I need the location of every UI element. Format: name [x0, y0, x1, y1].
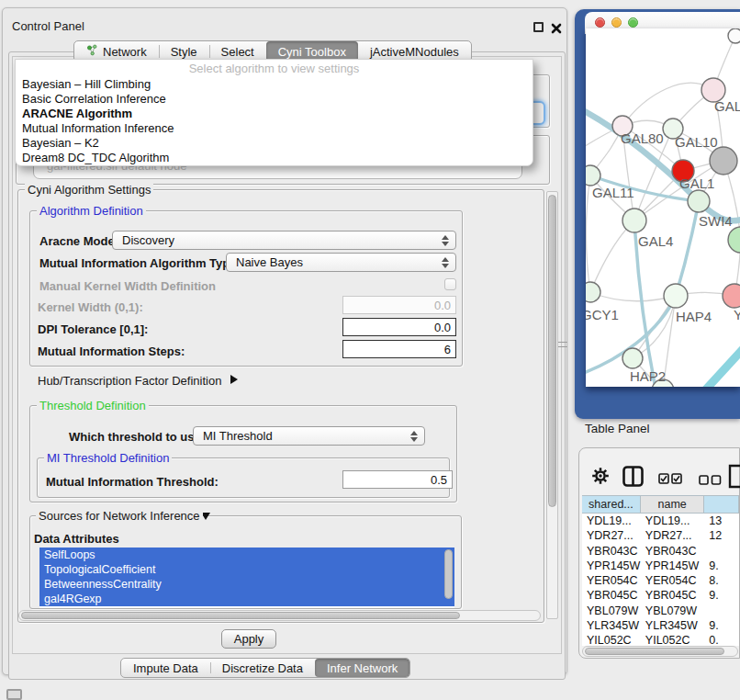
table-row[interactable]: YBR045CYBR045C9.: [582, 588, 739, 603]
table-row[interactable]: YER054CYER054C8.: [582, 573, 739, 588]
table-cell: YLR345W: [641, 618, 704, 633]
network-edge[interactable]: [703, 348, 740, 387]
table-row[interactable]: YLR345WYLR345W9.: [582, 618, 739, 633]
network-node[interactable]: [728, 28, 740, 43]
scrollbar-thumb[interactable]: [548, 195, 556, 507]
network-edge[interactable]: [587, 175, 591, 292]
split-columns-icon[interactable]: [622, 466, 644, 491]
which-threshold-label: Which threshold to use:: [69, 430, 205, 444]
table-row[interactable]: YDL19...YDL19...13: [582, 514, 739, 528]
scrollbar-thumb[interactable]: [21, 612, 460, 619]
mi-type-select[interactable]: Naive Bayes: [226, 253, 456, 272]
attribute-option-selected[interactable]: BetweennessCentrality: [39, 577, 454, 592]
algorithm-option[interactable]: Basic Correlation Inference: [16, 92, 533, 107]
aracne-mode-select[interactable]: Discovery: [112, 231, 456, 250]
algorithm-dropdown: Select algorithm to view settings Bayesi…: [15, 59, 533, 166]
node-label: GAL1: [679, 175, 714, 191]
select-all-checkboxes-icon[interactable]: [658, 471, 682, 488]
table-row[interactable]: YIL052CYIL052C0.: [582, 633, 739, 646]
stepper-arrows-icon: [410, 431, 418, 442]
algorithm-option[interactable]: Bayesian – K2: [16, 136, 533, 151]
attribute-option-selected[interactable]: TopologicalCoefficient: [39, 562, 454, 577]
network-node[interactable]: [664, 284, 688, 308]
kernel-width-field[interactable]: [342, 296, 456, 314]
scrollbar-thumb[interactable]: [585, 648, 724, 655]
column-header[interactable]: name: [641, 495, 705, 514]
algorithm-option[interactable]: Dream8 DC_TDC Algorithm: [16, 151, 533, 165]
algorithm-option[interactable]: Bayesian – Hill Climbing: [16, 77, 533, 92]
mi-threshold-group-title: MI Threshold Definition: [44, 451, 172, 465]
network-node[interactable]: [622, 348, 643, 368]
node-label: GAL4: [638, 233, 673, 249]
column-header[interactable]: [704, 495, 739, 514]
table-cell: YER054C: [641, 573, 704, 588]
minimized-panel-icon[interactable]: [6, 689, 22, 700]
network-edge[interactable]: [590, 292, 676, 301]
mi-steps-field[interactable]: [342, 340, 456, 358]
close-window-button[interactable]: [595, 17, 605, 28]
dpi-tolerance-field[interactable]: [342, 318, 456, 336]
expander-collapsed-icon[interactable]: [230, 375, 238, 384]
tab-label: jActiveMNodules: [370, 45, 459, 59]
apply-button[interactable]: Apply: [221, 629, 276, 649]
network-canvas[interactable]: GALGAL80GAL10GAL1GAL11SWI4GAL4HAP4YGCY1H…: [586, 28, 740, 387]
network-node[interactable]: [622, 209, 646, 232]
manual-kernel-checkbox[interactable]: [444, 278, 456, 290]
gear-icon[interactable]: [591, 467, 610, 489]
table-row[interactable]: YBL079WYBL079W: [582, 604, 739, 618]
threshold-definition-title: Threshold Definition: [37, 399, 149, 412]
column-header[interactable]: shared...: [582, 495, 641, 514]
algorithm-option[interactable]: Mutual Information Inference: [16, 121, 533, 136]
list-scrollbar-thumb[interactable]: [444, 549, 453, 599]
minimize-window-button[interactable]: [611, 17, 622, 28]
table-horizontal-scrollbar[interactable]: [582, 646, 738, 657]
close-icon[interactable]: [551, 21, 562, 32]
table-row[interactable]: YBR043CYBR043C: [582, 544, 739, 559]
sources-group-title[interactable]: Sources for Network Inference: [36, 509, 203, 523]
deselect-all-checkboxes-icon[interactable]: [699, 472, 722, 489]
panel-splitter-grip[interactable]: [558, 342, 567, 347]
table-cell: YBR045C: [641, 588, 704, 603]
table-cell: YDR27...: [641, 528, 704, 543]
which-threshold-select[interactable]: MI Threshold: [193, 426, 425, 446]
tab-discretize-data[interactable]: Discretize Data: [210, 659, 315, 677]
network-view-window[interactable]: GALGAL80GAL10GAL1GAL11SWI4GAL4HAP4YGCY1H…: [575, 9, 740, 419]
network-node[interactable]: [723, 284, 740, 308]
data-attributes-list[interactable]: SelfLoopsTopologicalCoefficientBetweenne…: [39, 548, 454, 608]
table-panel-window: shared...name YDL19...YDL19...13YDR27...…: [578, 447, 740, 659]
mi-threshold-field[interactable]: [342, 470, 453, 489]
tab-label: Network: [103, 45, 147, 59]
mi-steps-label: Mutual Information Steps:: [38, 344, 185, 358]
bottom-tab-bar: Impute DataDiscretize DataInfer Network: [120, 658, 410, 678]
attribute-option-selected[interactable]: gal4RGexp: [39, 592, 454, 606]
tab-label: Style: [171, 45, 197, 59]
float-icon[interactable]: [533, 22, 544, 32]
network-node[interactable]: [728, 227, 740, 253]
zoom-window-button[interactable]: [628, 17, 638, 28]
stepper-arrows-icon: [442, 235, 449, 246]
network-edge[interactable]: [590, 220, 634, 292]
attribute-option-selected[interactable]: SelfLoops: [39, 548, 454, 562]
network-node[interactable]: [586, 165, 600, 186]
settings-vertical-scrollbar[interactable]: [546, 191, 558, 619]
settings-horizontal-scrollbar[interactable]: [18, 610, 541, 621]
node-label: GAL80: [621, 130, 664, 146]
tab-impute-data[interactable]: Impute Data: [121, 659, 210, 677]
network-node[interactable]: [688, 190, 710, 212]
algorithm-option[interactable]: ARACNE Algorithm: [16, 107, 533, 121]
new-table-icon[interactable]: [728, 464, 740, 492]
table-cell: YBR043C: [641, 544, 704, 559]
table-cell: YPR145W: [641, 559, 704, 573]
table-row[interactable]: YPR145WYPR145W9.: [582, 559, 739, 573]
network-node[interactable]: [586, 282, 600, 302]
node-label: HAP4: [676, 309, 712, 324]
hub-expander-label[interactable]: Hub/Transcription Factor Definition: [38, 374, 221, 388]
table-row[interactable]: YDR27...YDR27...12: [582, 528, 739, 543]
tab-label: Infer Network: [327, 661, 398, 675]
mi-type-label: Mutual Information Algorithm Type:: [39, 256, 241, 270]
window-title: Control Panel: [12, 19, 84, 33]
table-cell: 8.: [704, 573, 739, 588]
network-node[interactable]: [710, 147, 737, 175]
tab-infer-network[interactable]: Infer Network: [315, 659, 409, 677]
node-label: SWI4: [699, 213, 733, 229]
